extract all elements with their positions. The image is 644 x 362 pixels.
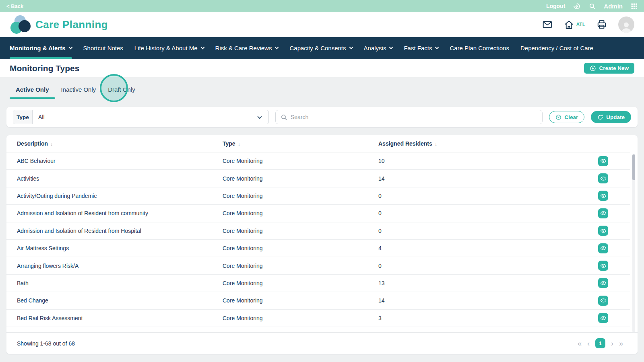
nav-item-2[interactable]: Life History & About Me <box>134 37 204 59</box>
cell-description: Admission and Isolation of Resident from… <box>17 228 223 234</box>
eye-icon <box>600 245 607 251</box>
home-site-label: ATL <box>576 22 585 27</box>
nav-item-8[interactable]: Dependency / Cost of Care <box>520 37 593 59</box>
user-avatar[interactable] <box>618 16 634 33</box>
nav-item-0[interactable]: Monitoring & Alerts <box>10 37 72 59</box>
search-input[interactable] <box>291 114 537 120</box>
view-button[interactable] <box>598 173 608 183</box>
sort-icon: ↓ <box>435 141 438 147</box>
clear-button[interactable]: Clear <box>549 111 584 123</box>
update-button[interactable]: Update <box>591 111 631 123</box>
home-group[interactable]: ATL <box>564 20 585 30</box>
app-logo <box>10 14 32 35</box>
nav-item-7[interactable]: Care Plan Corrections <box>450 37 509 59</box>
cell-type: Core Monitoring <box>223 297 378 304</box>
cell-assigned-residents: 0 <box>378 263 598 269</box>
header-icons-group: ATL <box>530 12 634 37</box>
column-header-description[interactable]: Description ↓ <box>17 140 223 147</box>
page-title-row: Monitoring Types Create New <box>0 59 644 77</box>
chevron-down-icon <box>200 45 204 49</box>
current-page-button[interactable]: 1 <box>595 338 605 348</box>
table-footer: Showing 1-68 out of 68 « ‹ 1 › » <box>6 332 638 354</box>
mail-icon[interactable] <box>542 19 553 30</box>
chevron-down-icon <box>389 45 393 49</box>
cell-description: Arranging flowers Risk/A <box>17 263 223 269</box>
view-button[interactable] <box>598 191 608 201</box>
nav-item-1[interactable]: Shortcut Notes <box>83 37 123 59</box>
view-button[interactable] <box>598 243 608 253</box>
topbar-right-group: Logout Admin <box>546 2 638 10</box>
search-box <box>275 110 543 124</box>
nav-item-6[interactable]: Fast Facts <box>404 37 438 59</box>
table-header-row: Description ↓ Type ↓ Assigned Residents … <box>6 135 630 152</box>
table-row: Bed Rail Risk Assessment Core Monitoring… <box>6 310 630 327</box>
cell-assigned-residents: 0 <box>378 210 598 216</box>
table-scrollbar-track[interactable] <box>632 154 635 332</box>
last-page-button[interactable]: » <box>619 340 623 347</box>
cell-type: Core Monitoring <box>223 245 378 251</box>
monitoring-types-table-card: Description ↓ Type ↓ Assigned Residents … <box>6 135 638 354</box>
admin-user-label[interactable]: Admin <box>604 3 623 10</box>
cell-description: Activity/Outing during Pandemic <box>17 193 223 199</box>
view-button[interactable] <box>598 208 608 218</box>
search-icon[interactable] <box>589 3 596 10</box>
prev-page-button[interactable]: ‹ <box>587 340 590 347</box>
table-row: Bath Core Monitoring 13 <box>6 275 630 292</box>
tab-0[interactable]: Active Only <box>10 80 55 99</box>
type-filter-select[interactable]: Type All <box>13 110 269 124</box>
table-row: Air Mattress Settings Core Monitoring 4 <box>6 240 630 257</box>
cell-description: Bed Change <box>17 297 223 304</box>
cell-assigned-residents: 0 <box>378 228 598 234</box>
table-row: Activity/Outing during Pandemic Core Mon… <box>6 187 630 205</box>
view-button[interactable] <box>598 261 608 271</box>
cell-assigned-residents: 3 <box>378 315 598 321</box>
view-button[interactable] <box>598 313 608 323</box>
column-header-assigned-residents[interactable]: Assigned Residents ↓ <box>378 140 598 147</box>
nav-item-4[interactable]: Capacity & Consents <box>289 37 352 59</box>
logout-icon[interactable] <box>573 2 581 10</box>
first-page-button[interactable]: « <box>578 340 582 347</box>
cell-assigned-residents: 0 <box>378 193 598 199</box>
x-circle-icon <box>555 114 561 120</box>
view-button[interactable] <box>598 156 608 166</box>
home-icon <box>564 20 574 30</box>
print-icon[interactable] <box>597 19 607 30</box>
search-icon <box>281 114 287 121</box>
cell-type: Core Monitoring <box>223 210 378 216</box>
table-body: ABC Behaviour Core Monitoring 10 Activit… <box>6 152 630 332</box>
nav-item-3[interactable]: Risk & Care Reviews <box>215 37 279 59</box>
view-button[interactable] <box>598 226 608 236</box>
cell-assigned-residents: 14 <box>378 175 598 182</box>
type-filter-value: All <box>33 114 258 120</box>
eye-icon <box>600 175 607 182</box>
nav-item-5[interactable]: Analysis <box>364 37 393 59</box>
tab-1[interactable]: Inactive Only <box>55 80 102 99</box>
app-title: Care Planning <box>35 19 108 31</box>
chevron-down-icon <box>257 114 262 119</box>
status-tabs: Active Only Inactive Only Draft Only <box>10 80 634 99</box>
sort-icon: ↓ <box>50 141 53 147</box>
next-page-button[interactable]: › <box>611 340 613 347</box>
top-utility-bar: < Back Logout Admin <box>0 0 644 12</box>
cell-assigned-residents: 4 <box>378 245 598 251</box>
app-header: Care Planning ATL <box>0 12 644 37</box>
view-button[interactable] <box>598 296 608 306</box>
cell-type: Core Monitoring <box>223 175 378 182</box>
logout-link[interactable]: Logout <box>546 3 565 9</box>
tab-2[interactable]: Draft Only <box>102 80 141 99</box>
cell-description: Admission and Isolation of Resident from… <box>17 210 223 216</box>
create-new-button[interactable]: Create New <box>584 63 634 74</box>
table-row: Activities Core Monitoring 14 <box>6 170 630 187</box>
eye-icon <box>600 228 607 234</box>
chevron-down-icon <box>349 45 353 49</box>
view-button[interactable] <box>598 278 608 288</box>
back-link[interactable]: < Back <box>6 3 23 9</box>
apps-grid-icon[interactable] <box>631 3 638 10</box>
eye-icon <box>600 297 607 304</box>
main-nav: Monitoring & Alerts Shortcut Notes Life … <box>0 37 644 59</box>
column-header-type[interactable]: Type ↓ <box>223 140 378 147</box>
table-scrollbar-thumb[interactable] <box>632 154 635 180</box>
cell-type: Core Monitoring <box>223 158 378 164</box>
table-row: Bed Change Core Monitoring 14 <box>6 292 630 309</box>
brand: Care Planning <box>10 14 108 35</box>
